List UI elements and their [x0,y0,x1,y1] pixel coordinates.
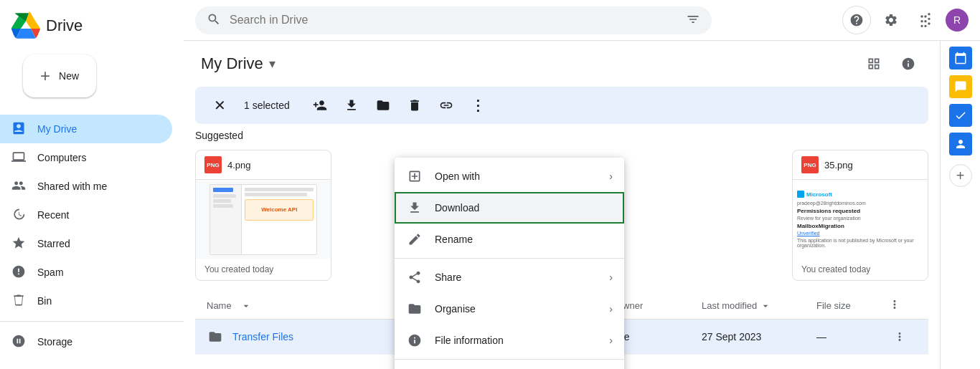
download-button[interactable] [339,92,364,118]
list-options-icon[interactable] [888,298,901,311]
sidebar-item-label: Computers [37,152,86,163]
sidebar-item-label: Starred [37,238,70,249]
app-title: Drive [46,16,83,35]
rename-icon [406,231,423,248]
menu-item-label: Organise [435,303,476,315]
menu-item-organise[interactable]: Organise › [395,293,624,325]
sidebar-item-shared[interactable]: Shared with me [0,172,172,201]
plus-icon: + [956,168,965,184]
sidebar-item-label: Spam [37,267,64,278]
col-size-header: File size [816,300,888,311]
selection-bar-actions: ⋮ [307,92,491,118]
png-file-icon: PNG [801,156,819,173]
drive-title-text: My Drive [201,54,263,73]
menu-item-label: File information [435,335,504,346]
sidebar-item-computers[interactable]: Computers [0,143,172,172]
chat-button[interactable] [949,75,972,98]
user-avatar[interactable]: R [946,9,969,32]
file-card-4png[interactable]: PNG 4.png [195,150,331,281]
drive-header: My Drive ▾ [184,41,940,87]
drive-title-arrow: ▾ [269,56,275,72]
sidebar-item-storage[interactable]: Storage [0,327,172,356]
sidebar-item-bin[interactable]: Bin [0,287,172,315]
file-card-35png[interactable]: PNG 35.png Microsoft [792,150,928,281]
col-size-cell: — [816,331,888,342]
storage-icon [11,334,26,350]
header-actions: R [842,6,969,34]
settings-button[interactable] [877,6,905,34]
suggested-label: Suggested [195,130,928,141]
drive-header-icons [859,49,923,78]
recent-icon [11,207,26,224]
menu-item-rename[interactable]: Rename [395,224,624,255]
file-card-date-35: You created today [801,264,870,274]
new-button[interactable]: + New [23,54,96,97]
arrow-icon: › [609,335,613,346]
more-actions-button[interactable]: ⋮ [465,92,491,118]
menu-item-file-information[interactable]: File information › [395,325,624,356]
col-owner-header: Owner [616,300,702,311]
png-file-icon: PNG [204,156,222,173]
sidebar-item-starred[interactable]: Starred [0,229,172,258]
file-card-preview-35: Microsoft pradeep@28rightdominos.com Per… [793,180,928,259]
add-widget-button[interactable]: + [949,164,972,187]
open-with-icon [406,168,423,185]
menu-item-label: Open with [435,171,480,182]
selected-text: 1 selected [244,100,290,111]
new-button-label: New [59,70,79,82]
support-button[interactable] [842,6,871,34]
file-card-name: 4.png [227,160,251,171]
download-icon [406,199,423,216]
move-button[interactable] [370,92,396,118]
folder-icon [207,330,224,344]
info-button[interactable] [894,49,923,78]
sidebar-item-label: My Drive [37,123,77,135]
menu-divider-1 [395,258,624,259]
menu-item-share[interactable]: Share › [395,262,624,293]
drive-title-button[interactable]: My Drive ▾ [201,54,275,73]
storage-section: 911.2 MB of 15 GB used Get more storage [0,356,184,369]
contacts-button[interactable] [949,133,972,155]
computers-icon [11,150,26,166]
my-drive-icon [11,121,26,138]
arrow-icon: › [609,303,613,315]
add-person-button[interactable] [307,92,333,118]
organise-icon [406,300,423,317]
file-card-footer-35: You created today [793,259,928,280]
col-actions-cell [888,325,917,348]
sidebar-item-spam[interactable]: Spam [0,258,172,287]
right-panel: + [940,41,980,369]
sidebar: Drive + New My Drive [0,0,184,369]
calendar-button[interactable] [949,47,972,70]
row-more-button[interactable] [888,325,911,348]
col-modified-header: Last modified [702,300,816,312]
menu-divider-2 [395,359,624,360]
delete-button[interactable] [402,92,428,118]
sidebar-item-label: Storage [37,336,72,348]
menu-item-label: Share [435,272,461,283]
menu-item-move-to-bin[interactable]: Move to bin [395,363,624,369]
sidebar-item-my-drive[interactable]: My Drive [0,115,172,143]
spam-icon [11,264,26,281]
link-button[interactable] [433,92,459,118]
menu-item-label: Rename [435,234,473,245]
tasks-button[interactable] [949,104,972,127]
menu-item-label: Download [435,202,479,214]
share-icon [406,269,423,286]
menu-item-download[interactable]: Download [395,192,624,224]
col-actions-header [888,298,917,313]
file-card-name: 35.png [824,160,853,171]
arrow-icon: › [609,171,613,182]
search-bar[interactable] [195,6,712,34]
filter-icon[interactable] [686,12,700,29]
grid-view-button[interactable] [859,49,888,78]
col-modified-cell: 27 Sept 2023 [702,331,816,342]
search-input[interactable] [230,14,677,27]
shared-icon [11,178,26,195]
sidebar-item-label: Recent [37,209,69,221]
sidebar-item-recent[interactable]: Recent [0,201,172,229]
drive-logo [11,11,40,40]
apps-button[interactable] [911,6,940,34]
menu-item-open-with[interactable]: Open with › [395,160,624,192]
close-selection-button[interactable]: ✕ [207,92,232,118]
